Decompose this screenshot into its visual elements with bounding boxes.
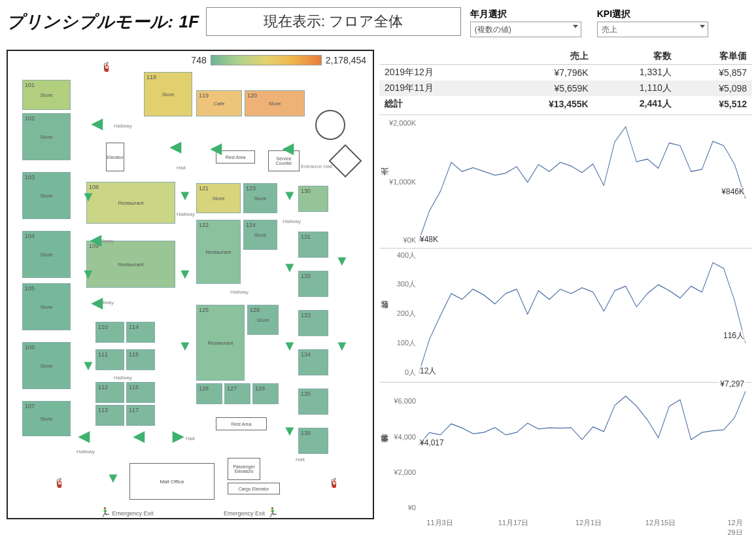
arrow-icon: ◀ — [211, 141, 222, 156]
arrow-icon: ▼ — [283, 339, 297, 353]
table-header — [379, 48, 496, 65]
room-132[interactable]: 132 — [298, 271, 328, 297]
arrow-icon: ▼ — [178, 339, 192, 353]
room-105[interactable]: 105Store — [22, 283, 71, 330]
chart-panel-客数[interactable]: 客数0人100人200人300人400人12人116人 — [379, 248, 752, 381]
summary-table: 売上客数客単価 2019年12月¥7,796K1,331人¥5,8572019年… — [379, 48, 752, 112]
period-filter-select[interactable]: (複数の値) — [470, 22, 581, 37]
data-label-first: ¥4,017 — [419, 438, 445, 447]
room-119[interactable]: 119Cafe — [196, 90, 242, 116]
room-110[interactable]: 110 — [95, 322, 124, 343]
arrow-icon: ◀ — [90, 233, 101, 247]
xtick: 12月15日 — [645, 518, 676, 528]
ytick: 0人 — [382, 367, 416, 377]
arrow-icon: ▶ — [170, 141, 181, 156]
arrow-icon: ◀ — [78, 429, 90, 443]
room-128[interactable]: 128Store — [247, 305, 279, 335]
hall-label: Hall — [186, 436, 195, 441]
room-127[interactable]: 127 — [224, 383, 250, 404]
xtick: 11月3日 — [426, 518, 453, 528]
ytick: ¥0 — [382, 504, 416, 511]
room-125[interactable]: 125Restaurant — [196, 305, 245, 381]
color-legend: 748 2,178,454 — [191, 55, 366, 65]
mall-office: Mall Office — [129, 463, 215, 500]
arrow-icon: ◀ — [283, 141, 294, 156]
arrow-icon: ▼ — [81, 358, 95, 373]
room-112[interactable]: 112 — [95, 382, 124, 403]
arrow-icon: ▼ — [335, 339, 349, 353]
room-106[interactable]: 106Store — [22, 342, 71, 389]
room-123[interactable]: 123Store — [243, 183, 277, 213]
room-130[interactable]: 130 — [298, 186, 328, 212]
room-124[interactable]: 124Store — [243, 220, 277, 250]
ytick: ¥2,000 — [382, 468, 416, 476]
entrance-hall-label: Entrance Hall — [301, 164, 332, 169]
fire-extinguisher-icon: 🧯 — [54, 477, 65, 488]
room-134[interactable]: 134 — [298, 349, 328, 375]
room-103[interactable]: 103Store — [22, 172, 71, 219]
room-118[interactable]: 118Store — [144, 72, 192, 116]
room-121[interactable]: 121Store — [196, 183, 241, 213]
arrow-icon: ▼ — [283, 188, 297, 203]
rest-area-1: Rest Area — [216, 150, 255, 164]
kpi-filter-select[interactable]: 売上 — [597, 22, 708, 37]
table-row: 2019年11月¥5,659K1,110人¥5,098 — [379, 80, 752, 96]
xtick: 12月1日 — [576, 518, 602, 528]
xtick: 12月29日 — [728, 518, 744, 535]
rest-area-2: Rest Area — [216, 417, 267, 430]
room-104[interactable]: 104Store — [22, 231, 71, 278]
arrow-icon: ▶ — [173, 429, 184, 443]
room-126[interactable]: 126 — [196, 383, 222, 404]
arrow-icon: ◀ — [133, 429, 145, 443]
room-133[interactable]: 133 — [298, 310, 328, 336]
cargo-elevator: Cargo Elevator — [228, 483, 280, 494]
arrow-icon: ▼ — [283, 424, 297, 438]
data-label-first: ¥48K — [419, 235, 439, 244]
data-label-first: 12人 — [419, 366, 438, 377]
room-120[interactable]: 120Store — [245, 90, 305, 116]
room-113[interactable]: 113 — [95, 405, 124, 426]
kpi-filter-value: 売上 — [602, 24, 617, 35]
floor-plan[interactable]: 748 2,178,454 101Store 102Store 103Store… — [7, 50, 374, 519]
room-117[interactable]: 117 — [126, 405, 155, 426]
xtick: 11月17日 — [498, 518, 528, 528]
data-label-last: 116人 — [722, 330, 746, 341]
room-129[interactable]: 129 — [252, 383, 279, 404]
table-row: 2019年12月¥7,796K1,331人¥5,857 — [379, 65, 752, 81]
table-header: 客単価 — [677, 48, 752, 65]
chart-panel-売上[interactable]: 売上¥0K¥1,000K¥2,000K¥48K¥846K — [379, 114, 752, 248]
elevator-label: Elevator — [106, 143, 124, 171]
room-122[interactable]: 122Restaurant — [196, 220, 241, 284]
data-label-last: ¥7,297 — [719, 379, 746, 388]
room-131[interactable]: 131 — [298, 232, 328, 258]
legend-gradient — [211, 55, 322, 65]
exit-icon: 🏃‍♂️ — [99, 507, 111, 517]
hallway-label: Hallway — [114, 375, 132, 381]
room-111[interactable]: 111 — [95, 349, 124, 370]
arrow-icon: ▼ — [81, 267, 95, 281]
arrow-icon: ▼ — [106, 471, 120, 485]
ytick: 200人 — [382, 309, 416, 319]
hall-label: Hall — [177, 165, 186, 171]
hallway-label: Hallway — [230, 289, 249, 295]
spiral-stair-icon — [315, 110, 345, 140]
table-header: 客数 — [594, 48, 677, 65]
emergency-exit-2: Emergency Exit 🏃‍♂️ — [224, 507, 278, 517]
room-114[interactable]: 114 — [126, 322, 155, 343]
room-136[interactable]: 136 — [298, 428, 328, 454]
room-116[interactable]: 116 — [126, 382, 155, 403]
chart-panel-客単価[interactable]: 客単価¥0¥2,000¥4,000¥6,000¥4,017¥7,297 — [379, 382, 752, 515]
entrance-icon — [329, 145, 362, 178]
legend-min: 748 — [191, 55, 206, 65]
hallway-label: Hallway — [283, 218, 301, 224]
arrow-icon: ▼ — [283, 260, 297, 275]
room-102[interactable]: 102Store — [22, 113, 71, 160]
room-101[interactable]: 101Store — [22, 80, 71, 110]
room-135[interactable]: 135 — [298, 388, 328, 415]
ytick: ¥6,000 — [382, 397, 416, 405]
room-108[interactable]: 108Restaurant — [86, 182, 175, 224]
ytick: ¥0K — [382, 236, 416, 244]
room-115[interactable]: 115 — [126, 349, 155, 370]
current-display: 現在表示: フロア全体 — [206, 7, 461, 36]
room-107[interactable]: 107Store — [22, 401, 71, 436]
